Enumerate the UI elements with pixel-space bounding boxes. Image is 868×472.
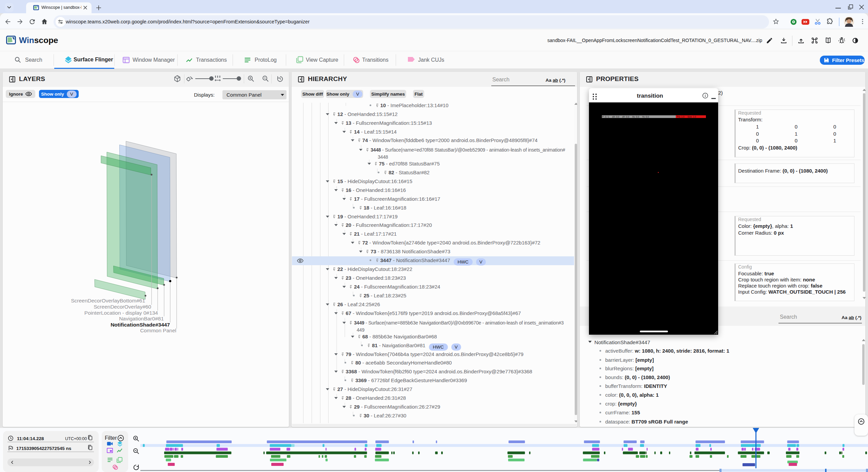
svg-text:ScreenDecorOverlayBottom#61: ScreenDecorOverlayBottom#61 [71, 298, 145, 303]
svg-text:Common Panel: Common Panel [140, 328, 176, 333]
svg-text:ScreenDecorOverlay#60: ScreenDecorOverlay#60 [94, 304, 151, 310]
svg-text:NavigationBar0#81: NavigationBar0#81 [119, 316, 164, 321]
svg-text:PointerLocation - display 0#13: PointerLocation - display 0#134 [84, 310, 158, 316]
svg-text:NotificationShade#3447: NotificationShade#3447 [111, 322, 170, 328]
